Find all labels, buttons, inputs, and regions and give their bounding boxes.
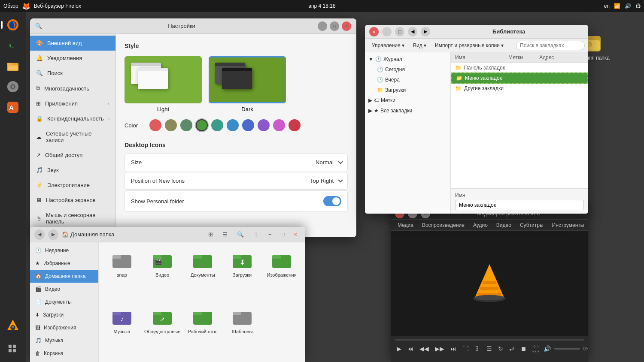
sidebar-trash[interactable]: 🗑 Корзина bbox=[30, 347, 98, 360]
overview-label[interactable]: Обзор bbox=[3, 3, 18, 9]
tree-item-today[interactable]: 🕐 Сегодня bbox=[365, 64, 450, 75]
color-dot-7[interactable] bbox=[258, 119, 270, 131]
dock-item-settings[interactable] bbox=[3, 77, 22, 96]
file-item-templates[interactable]: Шаблоны bbox=[223, 303, 261, 358]
settings-item-sound[interactable]: 🎵 Звук bbox=[30, 163, 115, 178]
sidebar-favorites[interactable]: ★ Избранные bbox=[30, 257, 98, 270]
dock-item-vlc[interactable] bbox=[3, 316, 22, 335]
settings-item-search[interactable]: 🔍 Поиск bbox=[30, 66, 115, 81]
vlc-menu-tools[interactable]: Инструменты bbox=[549, 221, 588, 229]
lib-import-button[interactable]: Импорт и резервные копии ▾ bbox=[431, 41, 507, 50]
vlc-rewind-button[interactable]: ◀◀ bbox=[418, 344, 431, 353]
sidebar-images[interactable]: 🖼 Изображения bbox=[30, 321, 98, 334]
vlc-menu-subtitles[interactable]: Субтитры bbox=[516, 221, 547, 229]
tree-item-downloads[interactable]: 📁 Загрузки bbox=[365, 85, 450, 95]
color-dot-2[interactable] bbox=[180, 119, 192, 131]
vlc-fullscreen-button[interactable]: ⛶ bbox=[461, 344, 470, 353]
color-dot-3[interactable] bbox=[196, 119, 208, 131]
vlc-stop-button[interactable]: ⏹ bbox=[519, 344, 528, 353]
vlc-prev-button[interactable]: ⏮ bbox=[406, 344, 415, 353]
show-personal-toggle[interactable] bbox=[323, 196, 341, 206]
position-dropdown[interactable]: Top Right bbox=[310, 178, 341, 184]
lib-manage-button[interactable]: Управление ▾ bbox=[368, 41, 408, 50]
sidebar-downloads[interactable]: ⬇ Загрузки bbox=[30, 308, 98, 321]
file-item-video[interactable]: 🎬 Видео bbox=[143, 247, 182, 302]
dark-preview[interactable] bbox=[209, 56, 286, 103]
color-dot-0[interactable] bbox=[149, 119, 161, 131]
lib-back-button[interactable]: ◀ bbox=[408, 27, 417, 36]
file-item-docs[interactable]: Документы bbox=[184, 247, 222, 302]
sidebar-home[interactable]: 🏠 Домашняя папка bbox=[30, 270, 98, 283]
lib-forward-button[interactable]: ▶ bbox=[421, 27, 430, 36]
file-item-public[interactable]: ↗ Общедоступные bbox=[143, 303, 182, 358]
footer-name-input[interactable] bbox=[455, 200, 584, 210]
file-item-snap[interactable]: snap bbox=[103, 247, 141, 302]
files-minimize-button[interactable]: − bbox=[265, 229, 275, 239]
search-icon[interactable]: 🔍 bbox=[35, 23, 42, 29]
settings-item-power[interactable]: ⚡ Электропитание bbox=[30, 178, 115, 193]
tree-item-allbookmarks[interactable]: ▶ ★ Все закладки bbox=[365, 106, 450, 116]
tree-item-tags[interactable]: ▶ 🏷 Метки bbox=[365, 95, 450, 106]
browser-tab-label[interactable]: Веб-браузер Firefox bbox=[34, 3, 81, 9]
color-dot-8[interactable] bbox=[273, 119, 285, 131]
settings-item-apps[interactable]: ⊞ Приложения › bbox=[30, 96, 115, 111]
files-back-button[interactable]: ◀ bbox=[34, 229, 45, 240]
vlc-progress-bar[interactable] bbox=[395, 339, 584, 341]
files-forward-button[interactable]: ▶ bbox=[48, 229, 58, 240]
color-dot-6[interactable] bbox=[242, 119, 254, 131]
bookmark-item-2[interactable]: 📁 Другие закладки bbox=[451, 84, 588, 93]
settings-item-privacy[interactable]: 🔒 Конфиденциальность › bbox=[30, 111, 115, 126]
bookmark-item-0[interactable]: 📁 Панель закладок bbox=[451, 63, 588, 72]
lib-close-button[interactable]: × bbox=[369, 27, 379, 36]
files-view-mode-button[interactable]: ⊞ bbox=[205, 229, 216, 239]
vlc-menu-video[interactable]: Видео bbox=[493, 221, 515, 229]
file-item-desktop[interactable]: Рабочий стол bbox=[184, 303, 222, 358]
files-maximize-button[interactable]: □ bbox=[278, 229, 288, 239]
dock-item-apps-grid[interactable] bbox=[3, 340, 22, 359]
lib-maximize-button[interactable]: □ bbox=[395, 27, 404, 36]
settings-minimize-button[interactable]: − bbox=[318, 21, 327, 31]
settings-item-displays[interactable]: 🖥 Настройка экранов bbox=[30, 193, 115, 208]
file-item-music[interactable]: ♪ Музыка bbox=[103, 303, 141, 358]
settings-item-notifications[interactable]: 🔔 Уведомления bbox=[30, 51, 115, 66]
dock-item-appstore[interactable]: A bbox=[3, 98, 22, 117]
dock-item-files[interactable] bbox=[3, 57, 22, 75]
settings-item-accounts[interactable]: ☁ Сетевые учётные записи bbox=[30, 126, 115, 148]
files-view-list-button[interactable]: ☰ bbox=[219, 229, 231, 239]
vlc-fast-forward-button[interactable]: ▶▶ bbox=[433, 344, 446, 353]
file-item-images[interactable]: Изображения bbox=[263, 247, 301, 302]
vlc-volume-bar[interactable] bbox=[554, 348, 580, 350]
vlc-menu-audio[interactable]: Аудио bbox=[470, 221, 491, 229]
light-preview[interactable] bbox=[125, 56, 202, 103]
sidebar-recent[interactable]: 🕐 Недавние bbox=[30, 244, 98, 257]
files-close-button[interactable]: × bbox=[290, 229, 301, 239]
style-option-light[interactable]: Light bbox=[125, 56, 202, 112]
sidebar-documents[interactable]: 📄 Документы bbox=[30, 296, 98, 308]
file-item-downloads[interactable]: ⬇ Загрузки bbox=[223, 247, 261, 302]
settings-item-share[interactable]: ↗ Общий доступ bbox=[30, 148, 115, 163]
lib-view-button[interactable]: Вид ▾ bbox=[410, 41, 430, 50]
lib-minimize-button[interactable]: − bbox=[382, 27, 392, 36]
color-dot-5[interactable] bbox=[227, 119, 239, 131]
sidebar-video[interactable]: 🎬 Видео bbox=[30, 283, 98, 296]
settings-item-appearance[interactable]: 🎨 Внешний вид bbox=[30, 36, 115, 51]
settings-item-multitask[interactable]: ⧉ Многозадачность bbox=[30, 81, 115, 96]
bookmark-item-1[interactable]: 📁 Меню закладок bbox=[451, 72, 588, 84]
color-dot-9[interactable] bbox=[289, 119, 301, 131]
library-search-input[interactable] bbox=[516, 41, 585, 50]
tree-item-journal[interactable]: ▼ 🕐 Журнал bbox=[365, 54, 450, 64]
files-search-button[interactable]: 🔍 bbox=[234, 229, 247, 239]
color-dot-4[interactable] bbox=[211, 119, 223, 131]
power-menu[interactable]: ⏻ bbox=[635, 3, 641, 9]
vlc-random-button[interactable]: ⇄ bbox=[507, 344, 516, 353]
settings-maximize-button[interactable]: □ bbox=[330, 21, 339, 31]
vlc-loop-button[interactable]: ↻ bbox=[496, 344, 505, 353]
settings-close-button[interactable]: × bbox=[342, 21, 351, 31]
vlc-menu-playback[interactable]: Воспроизведение bbox=[419, 221, 468, 229]
sidebar-music[interactable]: 🎵 Музыка bbox=[30, 334, 98, 347]
vlc-menu-media[interactable]: Медиа bbox=[394, 221, 417, 229]
vlc-extended-button[interactable]: 🎚 bbox=[473, 344, 482, 353]
size-dropdown[interactable]: Normal bbox=[316, 159, 341, 166]
dock-item-firefox[interactable] bbox=[3, 15, 22, 34]
files-menu-button[interactable]: ⋮ bbox=[250, 229, 262, 239]
